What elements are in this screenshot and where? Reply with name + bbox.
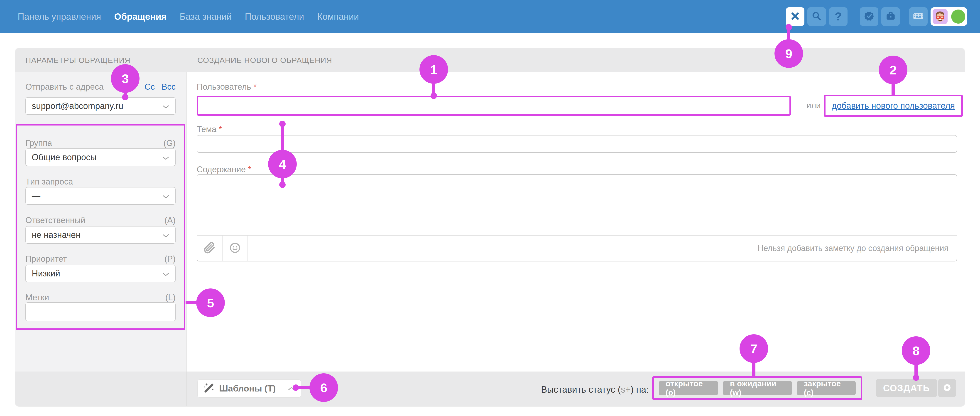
create-button[interactable]: СОЗДАТЬ — [876, 379, 937, 397]
badge-check-icon — [864, 10, 875, 23]
templates-label: Шаблоны (T) — [219, 384, 276, 394]
assignee-label: Ответственный — [25, 215, 85, 225]
labels-shortcut: (L) — [165, 293, 176, 302]
priority-label: Приоритет — [25, 254, 67, 264]
callout-5: 5 — [196, 288, 225, 317]
user-input[interactable] — [198, 97, 789, 114]
status-closed-button[interactable]: закрытое (c) — [797, 381, 856, 395]
online-status-indicator — [951, 10, 965, 24]
chevron-down-icon — [162, 230, 169, 240]
templates-button[interactable]: Шаблоны (T) — [197, 379, 301, 398]
nav-knowledge-base[interactable]: База знаний — [180, 11, 232, 22]
from-address-select[interactable]: support@abcompany.ru — [25, 97, 176, 115]
account-menu[interactable] — [931, 7, 967, 26]
avatar — [932, 9, 948, 24]
subject-input[interactable] — [197, 135, 957, 153]
create-split-button: СОЗДАТЬ — [876, 379, 956, 397]
add-user-highlight-box: добавить нового пользователя — [824, 95, 963, 117]
callout-4-dot-top — [279, 121, 286, 127]
status-open-button[interactable]: открытое (o) — [659, 381, 718, 395]
callout-7: 7 — [740, 334, 768, 363]
content-editor[interactable]: Нельзя добавить заметку до создания обра… — [197, 174, 957, 261]
status-pending-button[interactable]: в ожидании (w) — [723, 381, 792, 395]
priority-select[interactable]: Низкий — [25, 265, 176, 282]
labels-label: Метки — [25, 293, 49, 302]
help-button[interactable]: ? — [829, 7, 848, 26]
user-field-highlight-box — [197, 96, 791, 116]
callout-5-stem — [186, 301, 197, 304]
keyboard-icon — [912, 10, 924, 23]
group-label: Группа — [25, 139, 52, 148]
bcc-link[interactable]: Bcc — [162, 82, 176, 92]
nav-dashboard[interactable]: Панель управления — [18, 11, 101, 22]
shortcuts-button[interactable] — [909, 7, 928, 26]
content-label: Содержание — [197, 165, 246, 174]
sidebar-title: ПАРАМЕТРЫ ОБРАЩЕНИЯ — [15, 48, 187, 72]
group-shortcut: (G) — [164, 139, 176, 148]
help-icon: ? — [835, 10, 842, 23]
create-options-button[interactable] — [938, 379, 956, 397]
callout-9-dot — [786, 24, 792, 30]
priority-shortcut: (P) — [164, 254, 176, 264]
page-title: СОЗДАНИЕ НОВОГО ОБРАЩЕНИЯ — [187, 48, 965, 72]
magic-wand-icon — [204, 383, 214, 394]
nav-companies[interactable]: Компании — [317, 11, 359, 22]
subject-label: Тема — [197, 124, 216, 134]
emoji-button[interactable] — [223, 236, 248, 261]
chevron-down-icon — [162, 101, 169, 111]
required-mark: * — [253, 82, 256, 92]
callout-4: 4 — [268, 150, 297, 179]
status-highlight-box: открытое (o) в ожидании (w) закрытое (c) — [652, 376, 862, 400]
briefcase-icon — [885, 10, 896, 23]
callout-6: 6 — [309, 373, 338, 402]
close-icon — [790, 11, 800, 22]
paperclip-icon — [204, 242, 215, 255]
main-nav: Панель управления Обращения База знаний … — [18, 0, 359, 33]
topbar-actions: ? — [786, 7, 967, 26]
nav-tickets[interactable]: Обращения — [114, 11, 167, 22]
chevron-down-icon — [162, 153, 169, 162]
assignee-select[interactable]: не назначен — [25, 226, 176, 244]
smiley-icon — [229, 242, 241, 255]
new-ticket-panel: ПАРАМЕТРЫ ОБРАЩЕНИЯ СОЗДАНИЕ НОВОГО ОБРА… — [15, 48, 965, 407]
add-new-user-link[interactable]: добавить нового пользователя — [832, 101, 955, 111]
assignee-shortcut: (A) — [164, 215, 176, 225]
callout-2: 2 — [879, 56, 907, 84]
status-shortcut: s+ — [620, 384, 630, 394]
callout-1: 1 — [420, 55, 448, 84]
callout-6-dot — [293, 384, 299, 391]
callout-8-dot — [913, 375, 919, 381]
or-text: или — [807, 101, 821, 110]
callout-9: 9 — [775, 39, 803, 68]
callout-7-stem — [752, 362, 756, 377]
callout-8: 8 — [902, 336, 930, 365]
search-button[interactable] — [807, 7, 826, 26]
verified-badge-button[interactable] — [860, 7, 878, 26]
callout-3: 3 — [111, 64, 140, 93]
attach-file-button[interactable] — [197, 236, 223, 261]
chevron-down-icon — [162, 191, 169, 201]
set-status-label: Выставить статус (s+) на: — [541, 384, 649, 395]
record-donut-icon — [942, 382, 953, 394]
note-disabled-text: Нельзя добавить заметку до создания обра… — [248, 236, 957, 261]
nav-users[interactable]: Пользователи — [245, 11, 304, 22]
callout-1-dot — [431, 92, 437, 99]
close-button[interactable] — [786, 7, 804, 26]
request-type-select[interactable]: — — [25, 187, 176, 205]
top-navigation-bar: Панель управления Обращения База знаний … — [0, 0, 980, 33]
user-label: Пользователь — [197, 82, 251, 92]
labels-input[interactable] — [25, 302, 176, 321]
chevron-down-icon — [162, 269, 169, 279]
cc-link[interactable]: Cc — [145, 82, 155, 92]
callout-3-dot — [122, 94, 129, 100]
search-icon — [811, 11, 822, 22]
request-type-label: Тип запроса — [25, 177, 73, 186]
group-select[interactable]: Общие вопросы — [25, 148, 176, 166]
callout-4-stem-top — [281, 125, 284, 151]
callout-4-dot-bottom — [279, 182, 286, 188]
send-from-label: Отправить с адреса — [25, 82, 104, 92]
toolbox-button[interactable] — [881, 7, 900, 26]
